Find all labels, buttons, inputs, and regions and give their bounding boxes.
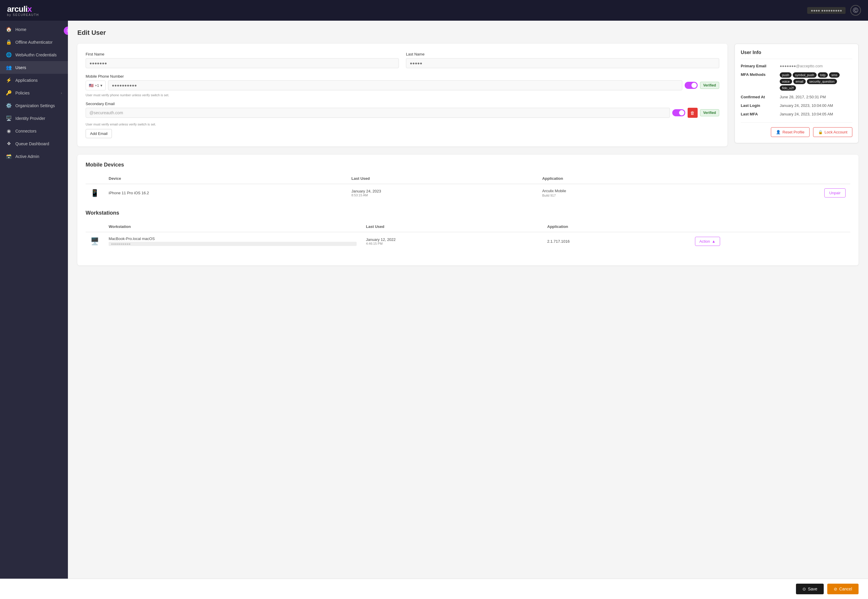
mobile-devices-title: Mobile Devices — [86, 162, 850, 168]
sidebar-item-label: Connectors — [15, 129, 37, 134]
sidebar-item-applications[interactable]: ⚡ Applications — [0, 74, 68, 86]
ws-action-col-header — [690, 221, 850, 232]
last-mfa-value: January 24, 2023, 10:04:05 AM — [780, 112, 852, 116]
unpair-cell: Unpair — [700, 184, 850, 202]
secondary-email-label: Secondary Email — [86, 102, 719, 106]
admin-icon: 🗃️ — [6, 154, 12, 159]
device-icon-cell: 📱 — [86, 184, 104, 202]
unpair-button[interactable]: Unpair — [824, 188, 845, 197]
sidebar-item-org-settings[interactable]: ⚙️ Organization Settings — [0, 99, 68, 112]
mfa-tag-totp: totp — [818, 72, 828, 78]
save-icon: ⊙ — [802, 587, 806, 591]
last-mfa-row: Last MFA January 24, 2023, 10:04:05 AM — [741, 112, 852, 116]
name-row: First Name Last Name — [86, 52, 719, 68]
content-area: Edit User First Name Last Name — [68, 21, 868, 579]
ws-col-header: Workstation — [104, 221, 361, 232]
sidebar-item-offline-authenticator[interactable]: 🔒 Offline Authenticator — [0, 36, 68, 48]
ws-last-used-cell: January 12, 2022 4:46:15 PM — [361, 232, 543, 250]
page-title: Edit User — [77, 29, 859, 37]
sidebar-item-webauthn[interactable]: 🌐 WebAuthn Credentials — [0, 48, 68, 61]
phone-verified-badge: Verified — [700, 82, 719, 89]
confirmed-at-value: June 28, 2017, 2:50:31 PM — [780, 95, 852, 99]
phone-device-icon: 📱 — [90, 189, 99, 197]
users-icon: 👥 — [6, 65, 12, 70]
sidebar-item-label: Applications — [15, 78, 38, 83]
last-mfa-label: Last MFA — [741, 112, 776, 116]
device-name: iPhone 11 Pro iOS 16.2 — [109, 191, 149, 195]
user-info-title: User Info — [741, 50, 852, 59]
save-button[interactable]: ⊙ Save — [796, 584, 824, 594]
device-col-header: Device — [104, 173, 347, 184]
lock-account-button[interactable]: 🔒 Lock Account — [813, 127, 852, 137]
sidebar-item-label: Policies — [15, 90, 30, 95]
chevron-down-icon: ▾ — [100, 83, 102, 88]
top-header: arculix by SECUREAUTH ●●●● ●●●●●●●●● Ⓒ — [0, 0, 868, 21]
action-col-header — [700, 173, 850, 184]
cancel-button[interactable]: ⊘ Cancel — [827, 584, 859, 594]
workstation-info: MacBook-Pro.local macOS ●●●●●●●●●● — [109, 236, 357, 246]
reset-profile-button[interactable]: 👤 Reset Profile — [771, 127, 809, 137]
email-verified-badge: Verified — [700, 109, 719, 116]
mfa-tag-security-question: security_question — [807, 79, 837, 84]
connector-icon: ◉ — [6, 128, 12, 134]
app-icon: ⚡ — [6, 77, 12, 83]
ws-icon-cell: 🖥️ — [86, 232, 104, 250]
sidebar-nav: 🏠 Home 🔒 Offline Authenticator 🌐 WebAuth… — [0, 21, 68, 165]
reset-icon: 👤 — [776, 130, 781, 134]
sidebar-item-active-admin[interactable]: 🗃️ Active Admin — [0, 150, 68, 163]
idp-icon: 🖥️ — [6, 116, 12, 121]
sidebar-item-identity-provider[interactable]: 🖥️ Identity Provider — [0, 112, 68, 125]
sidebar-item-queue-dashboard[interactable]: ❖ Queue Dashboard — [0, 137, 68, 150]
ws-last-used-col-header: Last Used — [361, 221, 543, 232]
web-icon: 🌐 — [6, 52, 12, 57]
app-name: Arculix Mobile — [542, 189, 695, 193]
logo: arculix by SECUREAUTH — [7, 5, 39, 17]
main-layout: ☰ 🏠 Home 🔒 Offline Authenticator 🌐 WebAu… — [0, 21, 868, 579]
phone-row: 🇺🇸 +1 ▾ Verified — [86, 80, 719, 90]
sidebar-item-users[interactable]: 👥 Users — [0, 61, 68, 74]
mobile-devices-table: Device Last Used Application 📱 iPhone 11… — [86, 173, 850, 202]
mfa-tag-symbol-push: symbol_push — [793, 72, 817, 78]
phone-input[interactable] — [108, 80, 682, 90]
application-cell: Arculix Mobile Build 917 — [537, 184, 700, 202]
app-build: Build 917 — [542, 194, 695, 197]
last-login-label: Last Login — [741, 103, 776, 108]
first-name-input[interactable] — [86, 58, 399, 68]
ws-application-col-header: Application — [543, 221, 690, 232]
monitor-icon: 🖥️ — [90, 237, 99, 245]
avatar[interactable]: Ⓒ — [850, 5, 861, 16]
mobile-devices-section: Mobile Devices Device Last Used Applicat… — [77, 155, 859, 265]
primary-email-label: Primary Email — [741, 64, 776, 68]
first-name-label: First Name — [86, 52, 399, 56]
ws-action-cell: Action ▲ — [690, 232, 850, 250]
cancel-label: Cancel — [839, 587, 852, 591]
add-email-button[interactable]: Add Email — [86, 129, 112, 138]
mfa-tag-voice: voice — [780, 79, 792, 84]
home-icon: 🏠 — [6, 27, 12, 32]
last-name-input[interactable] — [406, 58, 719, 68]
cancel-icon: ⊘ — [834, 587, 837, 591]
workstation-sub: ●●●●●●●●●● — [109, 242, 357, 246]
email-verify-toggle[interactable] — [672, 109, 685, 116]
country-code-select[interactable]: 🇺🇸 +1 ▾ — [86, 81, 106, 90]
confirmed-at-label: Confirmed At — [741, 95, 776, 99]
phone-hint: User must verify phone number unless ver… — [86, 93, 719, 97]
chevron-right-icon: › — [61, 91, 62, 95]
email-hint: User must verify email unless verify swi… — [86, 122, 719, 126]
mfa-tag-push: push — [780, 72, 791, 78]
sidebar-item-policies[interactable]: 🔑 Policies › — [0, 86, 68, 99]
application-col-header: Application — [537, 173, 700, 184]
action-button[interactable]: Action ▲ — [695, 237, 720, 246]
sidebar-item-connectors[interactable]: ◉ Connectors — [0, 125, 68, 137]
last-used-cell: January 24, 2023 8:53:15 AM — [347, 184, 537, 202]
secondary-email-input[interactable] — [86, 108, 670, 118]
primary-email-value: ●●●●●●●@acceptto.com — [780, 64, 852, 68]
delete-email-button[interactable]: 🗑 — [687, 108, 698, 118]
device-name-cell: iPhone 11 Pro iOS 16.2 — [104, 184, 347, 202]
lock-account-label: Lock Account — [824, 130, 847, 134]
mfa-methods-label: MFA Methods — [741, 72, 776, 77]
sidebar-item-home[interactable]: 🏠 Home — [0, 23, 68, 36]
last-login-value: January 24, 2023, 10:04:00 AM — [780, 103, 852, 108]
edit-form: First Name Last Name Mobile Phone Number… — [77, 44, 728, 146]
phone-verify-toggle[interactable] — [684, 82, 698, 89]
